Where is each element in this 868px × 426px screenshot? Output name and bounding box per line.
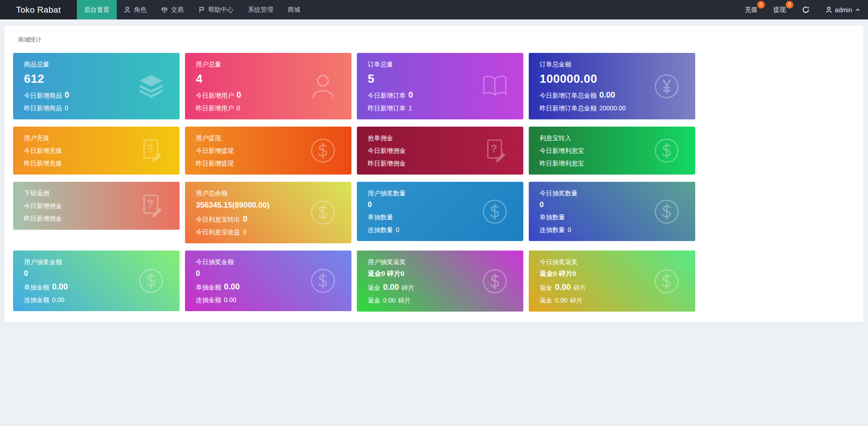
card-line: 连抽数量0 bbox=[368, 226, 512, 234]
card-title: 今日抽奖数量 bbox=[540, 189, 684, 198]
withdraw-badge: 0 bbox=[786, 1, 793, 9]
card-line-value: 0.00 bbox=[555, 283, 571, 292]
stat-card: 用户总量4今日新增用户0昨日新增用户0 bbox=[185, 53, 351, 119]
card-line-suffix: 碎片 bbox=[570, 297, 583, 305]
nav-item-6[interactable]: 商城 bbox=[280, 0, 308, 19]
card-line: 连抽金额0.00 bbox=[196, 296, 341, 304]
card-line-label: 今日新增佣金 bbox=[24, 202, 62, 210]
nav-item-label: 交易 bbox=[171, 6, 184, 14]
card-line: 今日利息宝收益0 bbox=[196, 228, 341, 237]
dollar-circle-icon bbox=[653, 198, 681, 226]
card-title: 用户抽奖数量 bbox=[368, 189, 512, 198]
nav-menu: 后台首页 角色 交易 帮助中心系统管理商城 bbox=[77, 0, 308, 19]
card-line-label: 昨日新增提现 bbox=[196, 160, 234, 168]
stats-grid: 商品总量612今日新增商品0昨日新增商品0 用户总量4今日新增用户0昨日新增用户… bbox=[13, 53, 863, 312]
card-line-label: 今日新增订单 bbox=[368, 92, 406, 100]
card-line-suffix: 碎片 bbox=[574, 284, 586, 292]
card-title: 用户总余额 bbox=[196, 189, 341, 198]
card-line-value: 0.00 bbox=[224, 282, 240, 292]
card-line-label: 单抽金额 bbox=[24, 284, 49, 292]
flag-icon bbox=[198, 6, 205, 13]
card-line-value: 0.00 bbox=[52, 282, 68, 292]
refresh-button[interactable] bbox=[794, 0, 817, 19]
stat-card: 今日抽奖数量0单抽数量连抽数量0 bbox=[529, 182, 695, 241]
person-icon bbox=[309, 72, 337, 100]
stat-card: 今日抽奖返奖返金0 碎片0返金0.00碎片返金0.00碎片 bbox=[529, 251, 695, 312]
user-small-icon bbox=[825, 6, 832, 13]
stat-card: 订单总量5今日新增订单0昨日新增订单1 bbox=[357, 53, 523, 119]
nav-item-1[interactable]: 后台首页 bbox=[77, 0, 117, 19]
card-title: 商品总量 bbox=[24, 61, 169, 69]
card-line: 返金0.00碎片 bbox=[540, 297, 684, 305]
card-line-label: 返金 bbox=[368, 297, 380, 305]
card-line-label: 昨日新增充值 bbox=[24, 160, 62, 168]
card-line-label: 连抽数量 bbox=[540, 226, 565, 234]
card-title: 用户抽奖返奖 bbox=[368, 258, 512, 266]
card-line-suffix: 碎片 bbox=[398, 297, 411, 305]
refresh-icon bbox=[802, 6, 810, 14]
card-line-value: 0 bbox=[568, 226, 571, 233]
card-line-value: 0 bbox=[408, 90, 413, 100]
recharge-label: 充值 bbox=[745, 6, 758, 14]
app-logo[interactable]: Toko Rabat bbox=[0, 0, 77, 19]
nav-item-2[interactable]: 角色 bbox=[117, 0, 154, 19]
layers-icon bbox=[137, 72, 165, 100]
yen-circle-icon bbox=[653, 72, 681, 100]
navbar-right: 充值 0 提现 0 admin bbox=[737, 0, 868, 19]
card-line-label: 连抽数量 bbox=[368, 226, 393, 234]
card-line-label: 返金 bbox=[540, 297, 552, 305]
card-line-label: 昨日新增佣金 bbox=[24, 215, 62, 223]
dollar-circle-icon bbox=[309, 199, 337, 227]
nav-item-4[interactable]: 帮助中心 bbox=[191, 0, 241, 19]
nav-item-label: 角色 bbox=[134, 6, 147, 14]
card-line-value: 0 bbox=[237, 104, 240, 112]
stat-card: 用户提现今日新增提现昨日新增提现 bbox=[185, 127, 351, 175]
card-line-label: 昨日新增商品 bbox=[24, 104, 62, 113]
user-menu[interactable]: admin bbox=[817, 0, 868, 19]
card-line-label: 连抽金额 bbox=[196, 296, 221, 304]
card-line-value: 0.00 bbox=[383, 283, 399, 292]
nav-item-3[interactable]: 交易 bbox=[154, 0, 191, 19]
card-line-label: 单抽金额 bbox=[196, 284, 221, 292]
stat-card: 抢单佣金今日新增佣金昨日新增佣金 ? bbox=[357, 127, 523, 175]
stat-card: 用户抽奖金额0单抽金额0.00连抽金额0.00 bbox=[13, 251, 180, 311]
stat-card: 利息宝转入今日新增利息宝昨日新增利息宝 bbox=[529, 127, 695, 175]
dollar-circle-icon bbox=[309, 137, 337, 165]
card-title: 用户总量 bbox=[196, 61, 341, 69]
user-small-icon bbox=[124, 6, 131, 13]
dollar-circle-icon bbox=[309, 267, 337, 295]
nav-item-label: 后台首页 bbox=[84, 6, 109, 14]
dollar-circle-icon bbox=[481, 198, 509, 226]
doc-question-icon: ? bbox=[481, 137, 509, 165]
card-line-label: 单抽数量 bbox=[368, 213, 393, 222]
svg-text:?: ? bbox=[491, 143, 497, 155]
doc-question-icon: ? bbox=[137, 192, 165, 220]
card-line: 昨日新增订单总金额20000.00 bbox=[540, 104, 684, 113]
chevron-up-icon bbox=[855, 7, 860, 12]
recharge-link[interactable]: 充值 0 bbox=[737, 0, 765, 19]
withdraw-link[interactable]: 提现 0 bbox=[765, 0, 794, 19]
card-line-value: 0 bbox=[396, 226, 399, 233]
stat-card: 用户抽奖数量0单抽数量连抽数量0 bbox=[357, 182, 523, 241]
stat-card: 订单总金额100000.00今日新增订单总金额0.00昨日新增订单总金额2000… bbox=[529, 53, 695, 119]
card-line: 昨日新增订单1 bbox=[368, 104, 512, 113]
doc-question-icon: ? bbox=[137, 137, 165, 165]
card-line-label: 昨日新增利息宝 bbox=[540, 160, 584, 168]
nav-item-5[interactable]: 系统管理 bbox=[241, 0, 280, 19]
section-title: 商城统计 bbox=[18, 36, 863, 44]
card-title: 今日抽奖金额 bbox=[196, 258, 341, 266]
card-line-label: 返金 bbox=[368, 284, 380, 292]
card-line-label: 今日新增利息宝 bbox=[540, 147, 584, 155]
stat-card: 用户充值今日新增充值昨日新增充值 ? bbox=[13, 127, 180, 175]
book-icon bbox=[481, 72, 509, 100]
card-line-label: 返金 bbox=[540, 284, 552, 292]
content-panel: 商城统计 商品总量612今日新增商品0昨日新增商品0 用户总量4今日新增用户0昨… bbox=[5, 26, 863, 322]
nav-item-label: 系统管理 bbox=[248, 6, 273, 14]
card-line: 昨日新增用户0 bbox=[196, 104, 341, 113]
svg-text:?: ? bbox=[147, 198, 153, 210]
card-line-value: 20000.00 bbox=[599, 104, 626, 112]
stat-card: 用户总余额356345.15(89000.00)今日利息宝转出0今日利息宝收益0 bbox=[185, 182, 351, 243]
scales-icon bbox=[161, 6, 168, 13]
recharge-badge: 0 bbox=[757, 1, 765, 9]
card-line-label: 今日利息宝收益 bbox=[196, 228, 240, 237]
